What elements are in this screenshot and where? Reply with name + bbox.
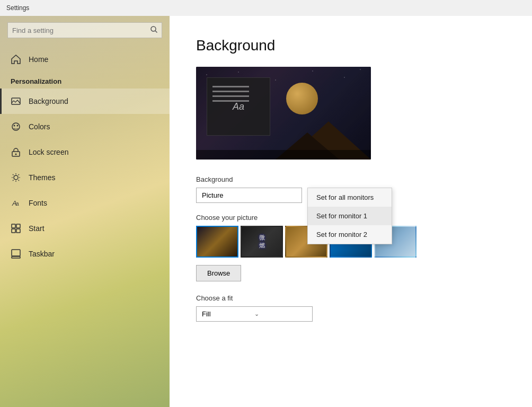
background-preview: Aa	[196, 67, 371, 160]
thumbnail-1[interactable]	[196, 226, 238, 258]
content-area: Background Aa	[170, 16, 532, 407]
sidebar-item-start[interactable]: Start	[0, 216, 170, 241]
sidebar-home-label: Home	[29, 55, 48, 64]
sidebar-themes-label: Themes	[29, 173, 56, 182]
browse-button[interactable]: Browse	[196, 265, 241, 281]
fit-dropdown-value: Fill	[202, 310, 254, 318]
set-for-all-monitors[interactable]: Set for all monitors	[308, 188, 392, 207]
monitor-dropdown: Set for all monitors Set for monitor 1 S…	[307, 188, 392, 244]
sidebar-background-label: Background	[29, 97, 68, 105]
preview-window: Aa	[207, 77, 270, 136]
main-layout: Home Personalization Background	[0, 16, 532, 407]
background-section-heading: Background	[196, 175, 506, 183]
preview-taskbar	[196, 150, 371, 160]
preview-line	[212, 91, 249, 92]
background-dropdown[interactable]: Picture	[196, 188, 302, 203]
background-dropdown-wrapper: Picture Set for all monitors Set for mon…	[196, 188, 506, 203]
themes-icon	[11, 172, 21, 183]
svg-point-8	[14, 175, 18, 180]
home-icon	[11, 54, 21, 65]
sidebar-item-lock-screen[interactable]: Lock screen	[0, 139, 170, 165]
svg-rect-11	[12, 224, 15, 228]
svg-point-5	[17, 125, 19, 127]
search-input[interactable]	[12, 26, 150, 34]
sidebar-colors-label: Colors	[29, 122, 50, 131]
preview-moon	[286, 83, 318, 114]
svg-point-0	[151, 26, 156, 31]
preview-desktop: Aa	[196, 67, 371, 160]
sidebar-item-fonts[interactable]: A a Fonts	[0, 190, 170, 216]
preview-line	[212, 86, 249, 87]
page-title: Background	[196, 37, 506, 54]
lock-screen-icon	[11, 147, 21, 157]
sidebar-start-label: Start	[29, 224, 45, 233]
chevron-down-icon: ⌄	[254, 311, 307, 317]
sidebar-item-colors[interactable]: Colors	[0, 114, 170, 139]
svg-rect-15	[12, 250, 20, 256]
sidebar: Home Personalization Background	[0, 16, 170, 407]
svg-rect-13	[12, 229, 15, 233]
sidebar-fonts-label: Fonts	[29, 199, 47, 207]
sidebar-lock-screen-label: Lock screen	[29, 148, 68, 156]
sidebar-item-themes[interactable]: Themes	[0, 165, 170, 190]
svg-rect-12	[16, 224, 20, 228]
thumbnail-2[interactable]: 微燃	[241, 226, 283, 258]
title-bar-label: Settings	[6, 4, 29, 12]
svg-point-4	[14, 125, 15, 127]
svg-rect-16	[12, 256, 20, 258]
background-popup-wrapper: Picture Set for all monitors Set for mon…	[196, 188, 302, 203]
start-icon	[11, 223, 21, 234]
set-for-monitor-2[interactable]: Set for monitor 2	[308, 225, 392, 244]
set-for-monitor-1[interactable]: Set for monitor 1	[308, 207, 392, 225]
colors-icon	[11, 121, 21, 132]
preview-line	[212, 95, 249, 97]
title-bar: Settings	[0, 0, 532, 16]
taskbar-icon	[11, 249, 21, 259]
svg-text:a: a	[16, 201, 19, 207]
fit-dropdown[interactable]: Fill ⌄	[196, 306, 313, 322]
sidebar-item-taskbar[interactable]: Taskbar	[0, 241, 170, 267]
search-icon	[150, 25, 157, 35]
svg-rect-14	[16, 229, 20, 233]
svg-point-7	[15, 154, 17, 155]
background-icon	[11, 96, 21, 107]
personalization-label: Personalization	[0, 72, 170, 89]
fonts-icon: A a	[11, 198, 21, 208]
choose-fit-label: Choose a fit	[196, 294, 506, 302]
preview-aa-text: Aa	[233, 101, 244, 112]
search-box[interactable]	[7, 22, 162, 38]
sidebar-item-background[interactable]: Background	[0, 89, 170, 114]
sidebar-item-home[interactable]: Home	[0, 47, 170, 72]
svg-line-1	[155, 31, 157, 33]
sidebar-taskbar-label: Taskbar	[29, 250, 55, 258]
background-dropdown-value: Picture	[202, 191, 296, 199]
